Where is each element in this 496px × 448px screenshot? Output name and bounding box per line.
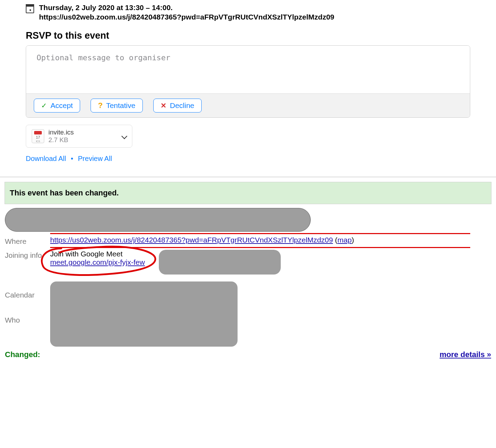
redacted-joining-extra [159, 250, 281, 275]
download-all-link[interactable]: Download All [26, 155, 66, 162]
rsvp-message-input[interactable] [26, 46, 470, 92]
event-url: https://us02web.zoom.us/j/82420487365?pw… [39, 12, 334, 22]
where-value: https://us02web.zoom.us/j/82420487365?pw… [50, 236, 491, 244]
more-details-link[interactable]: more details » [440, 350, 491, 359]
where-map-link[interactable]: map [338, 236, 352, 244]
ics-file-icon: ICS [32, 129, 44, 143]
ics-ext-label: ICS [32, 140, 44, 142]
redacted-calendar-who [50, 281, 238, 347]
check-icon: ✓ [41, 101, 47, 110]
where-paren-open: ( [335, 236, 338, 244]
attachment-size: 2.7 KB [48, 136, 74, 144]
event-changed-banner: This event has been changed. [5, 182, 491, 204]
tentative-button[interactable]: ? Tentative [91, 99, 143, 113]
meet-url-link[interactable]: meet.google.com/pjx-fyjx-few [50, 258, 145, 266]
calendar-label: Calendar [5, 289, 47, 299]
where-paren-close: ) [352, 236, 354, 244]
question-icon: ? [98, 101, 102, 110]
event-datetime: Thursday, 2 July 2020 at 13:30 – 14:00. [39, 3, 334, 12]
rsvp-buttons-row: ✓ Accept ? Tentative ✕ Decline [26, 93, 470, 117]
accept-button[interactable]: ✓ Accept [34, 99, 80, 113]
accept-label: Accept [51, 101, 73, 110]
preview-all-link[interactable]: Preview All [78, 155, 112, 162]
attachment-card[interactable]: ICS invite.ics 2.7 KB [26, 125, 132, 148]
tentative-label: Tentative [106, 101, 135, 110]
event-header: Thursday, 2 July 2020 at 13:30 – 14:00. … [39, 3, 334, 22]
decline-label: Decline [170, 101, 194, 110]
where-url-link[interactable]: https://us02web.zoom.us/j/82420487365?pw… [50, 236, 333, 244]
cross-icon: ✕ [161, 101, 166, 110]
joining-info-label: Joining info [5, 250, 47, 260]
who-label: Who [5, 315, 47, 324]
chevron-down-icon [122, 133, 127, 139]
redacted-title [5, 208, 311, 232]
join-title: Join with Google Meet [50, 250, 145, 258]
where-label: Where [5, 236, 47, 246]
decline-button[interactable]: ✕ Decline [153, 99, 202, 113]
calendar-icon [26, 4, 34, 13]
attachment-filename: invite.ics [48, 129, 74, 136]
rsvp-container: ✓ Accept ? Tentative ✕ Decline [26, 45, 470, 118]
rsvp-title: RSVP to this event [26, 30, 470, 41]
changed-label: Changed: [5, 350, 40, 359]
attachment-link-sep: • [71, 155, 73, 162]
